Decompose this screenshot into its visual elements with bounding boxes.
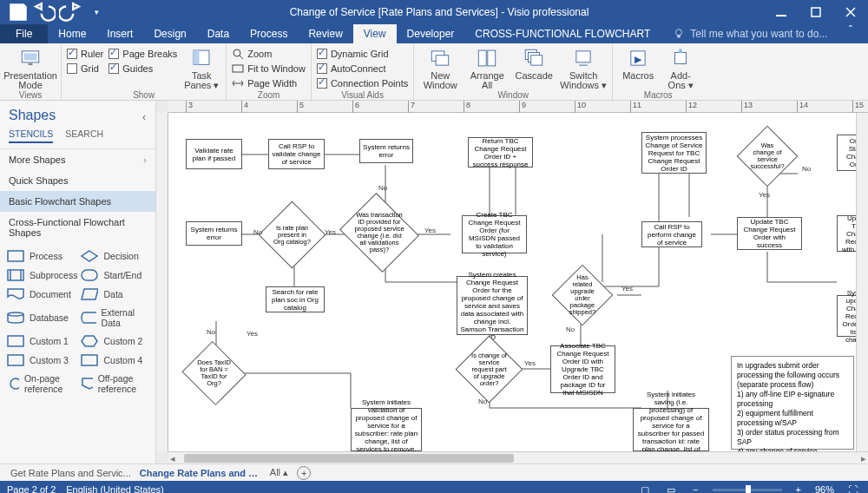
presentation-mode-button[interactable]: PresentationMode	[5, 45, 56, 90]
shape-return-tbc[interactable]: Return TBC Change Request Order ID + suc…	[468, 137, 533, 168]
guides-checkbox[interactable]: Guides	[108, 62, 177, 76]
page-tab-all[interactable]: All ▴	[270, 467, 288, 478]
shape-offpage-ref[interactable]: Off-page reference	[81, 373, 148, 394]
shape-initiates-saving[interactable]: System initiates saving (i.e. processing…	[633, 408, 709, 451]
close-button[interactable]	[833, 0, 868, 24]
shape-was-successful[interactable]: Was change of service successful?	[746, 135, 789, 178]
fit-to-window-button[interactable]: Fit to Window	[232, 62, 306, 76]
grid-checkbox[interactable]: Grid	[67, 62, 103, 76]
tab-developer[interactable]: Developer	[397, 24, 465, 43]
qat-customize-icon[interactable]: ▾	[85, 2, 108, 23]
autoconnect-checkbox[interactable]: AutoConnect	[317, 62, 408, 76]
shape-startend[interactable]: Start/End	[81, 269, 148, 281]
shape-update-failure[interactable]: Update TBC Change Request with failure	[837, 215, 856, 252]
shape-onpage-ref[interactable]: On-page reference	[7, 373, 77, 394]
tab-data[interactable]: Data	[197, 24, 240, 43]
horizontal-scrollbar[interactable]: ◂▸	[168, 451, 868, 463]
tab-insert[interactable]: Insert	[96, 24, 143, 43]
shape-does-taxid[interactable]: Does TaxID for BAN = TaxID for Org?	[190, 352, 238, 395]
tab-review[interactable]: Review	[298, 24, 352, 43]
tab-file[interactable]: File	[0, 24, 48, 43]
macros-button[interactable]: ▶Macros	[618, 45, 658, 90]
page-surface[interactable]: Validate rate plan if passed Call RSP to…	[168, 113, 856, 451]
zoom-level[interactable]: 96%	[815, 484, 834, 493]
tab-home[interactable]: Home	[48, 24, 96, 43]
shape-is-upgrade[interactable]: Is change of service request part of upg…	[465, 345, 513, 393]
shape-external-data[interactable]: External Data	[81, 307, 148, 328]
page-width-button[interactable]: Page Width	[232, 76, 306, 90]
record-macro-icon[interactable]: ▢	[637, 484, 653, 494]
shape-has-shipped[interactable]: Has related upgrade order package shippe…	[561, 273, 604, 317]
svg-rect-31	[8, 355, 23, 365]
shape-note[interactable]: In upgrades submit order processing the …	[731, 356, 854, 450]
shape-custom4[interactable]: Custom 4	[81, 354, 148, 366]
tell-me-search[interactable]: Tell me what you want to do...	[661, 24, 833, 43]
fit-page-button[interactable]: ⛶	[845, 484, 861, 493]
page-tab-2[interactable]: Change Rate Plans and Se...	[140, 468, 261, 478]
maximize-button[interactable]	[799, 0, 833, 24]
ruler-checkbox[interactable]: Ruler	[67, 47, 103, 61]
svg-rect-6	[29, 63, 33, 65]
save-icon[interactable]	[7, 2, 30, 23]
status-language[interactable]: English (United States)	[66, 484, 164, 493]
shape-system-error-2[interactable]: System returns error	[186, 221, 242, 246]
shape-call-rsp-validate[interactable]: Call RSP to validate change of service	[268, 139, 325, 169]
minimize-button[interactable]	[764, 0, 799, 24]
shape-order-status[interactable]: Order Status Change Order	[837, 135, 856, 171]
redo-icon[interactable]	[59, 2, 82, 23]
basic-flowchart-shapes[interactable]: Basic Flowchart Shapes	[0, 191, 155, 212]
cascade-button[interactable]: Cascade	[513, 45, 555, 90]
shape-system-updates[interactable]: System updates Change Request Order with…	[837, 295, 856, 337]
search-tab[interactable]: SEARCH	[65, 128, 103, 143]
shape-was-transaction[interactable]: Was transaction ID provided for proposed…	[349, 207, 410, 259]
shape-create-tbc[interactable]: Create TBC Change Request Order (for MSI…	[462, 215, 527, 253]
zoom-slider[interactable]	[713, 489, 782, 491]
connection-points-checkbox[interactable]: Connection Points	[317, 76, 408, 90]
zoom-in-button[interactable]: +	[792, 484, 805, 493]
task-panes-button[interactable]: TaskPanes ▾	[182, 45, 220, 90]
shape-custom3[interactable]: Custom 3	[7, 354, 77, 366]
add-page-button[interactable]: +	[297, 466, 311, 480]
shape-call-rsp-perform[interactable]: Call RSP to perform change of service	[641, 221, 702, 247]
tab-view[interactable]: View	[353, 24, 397, 43]
ribbon-collapse-icon[interactable]: ˆ	[833, 24, 868, 43]
shape-process[interactable]: Process	[7, 250, 77, 262]
shape-validate-plan[interactable]: Validate rate plan if passed	[186, 139, 242, 169]
shape-initiates-validation[interactable]: System initiates validation of proposed …	[351, 408, 422, 451]
shape-associate-tbc[interactable]: Associate TBC Change Request Order ID wi…	[550, 345, 615, 393]
vertical-scrollbar[interactable]	[856, 113, 868, 451]
shape-custom2[interactable]: Custom 2	[81, 335, 148, 347]
tab-crossfunctional[interactable]: CROSS-FUNCTIONAL FLOWCHART	[464, 24, 661, 43]
more-shapes[interactable]: More Shapes ›	[0, 149, 155, 170]
shape-decision[interactable]: Decision	[81, 250, 148, 262]
drawing-canvas[interactable]: 3456789101112131415 ◂▸	[156, 101, 868, 463]
pagebreaks-checkbox[interactable]: Page Breaks	[108, 47, 177, 61]
cross-functional-shapes[interactable]: Cross-Functional Flowchart Shapes	[0, 212, 155, 243]
undo-icon[interactable]	[33, 2, 56, 23]
shape-system-error-1[interactable]: System returns error	[359, 139, 413, 163]
switch-windows-button[interactable]: SwitchWindows ▾	[560, 45, 607, 90]
shape-is-rate-plan[interactable]: Is rate plan present in Org catalog?	[268, 211, 316, 259]
addons-button[interactable]: Add-Ons ▾	[663, 45, 698, 90]
shape-document[interactable]: Document	[7, 288, 77, 300]
tab-process[interactable]: Process	[240, 24, 298, 43]
dynamic-grid-checkbox[interactable]: Dynamic Grid	[317, 47, 408, 61]
shape-system-processes[interactable]: System processes Change of Service Reque…	[641, 132, 707, 174]
presentation-icon[interactable]: ▭	[663, 484, 679, 494]
collapse-panel-icon[interactable]: ‹	[142, 111, 146, 123]
quick-shapes[interactable]: Quick Shapes	[0, 170, 155, 191]
shape-creates-cro[interactable]: System creates Change Request Order for …	[457, 276, 528, 335]
shape-database[interactable]: Database	[7, 307, 77, 328]
zoom-out-button[interactable]: −	[689, 484, 701, 493]
stencils-tab[interactable]: STENCILS	[9, 128, 53, 143]
arrange-all-button[interactable]: ArrangeAll	[466, 45, 508, 90]
page-tab-1[interactable]: Get Rate Plans and Servic...	[10, 468, 131, 478]
shape-update-success[interactable]: Update TBC Change Request Order with suc…	[737, 217, 802, 250]
new-window-button[interactable]: NewWindow	[419, 45, 461, 90]
shape-custom1[interactable]: Custom 1	[7, 335, 77, 347]
shape-subprocess[interactable]: Subprocess	[7, 269, 77, 281]
shape-data[interactable]: Data	[81, 288, 148, 300]
zoom-button[interactable]: Zoom	[232, 47, 306, 61]
tab-design[interactable]: Design	[143, 24, 196, 43]
shape-search-rate-plan[interactable]: Search for rate plan soc in Org catalog	[266, 286, 325, 312]
